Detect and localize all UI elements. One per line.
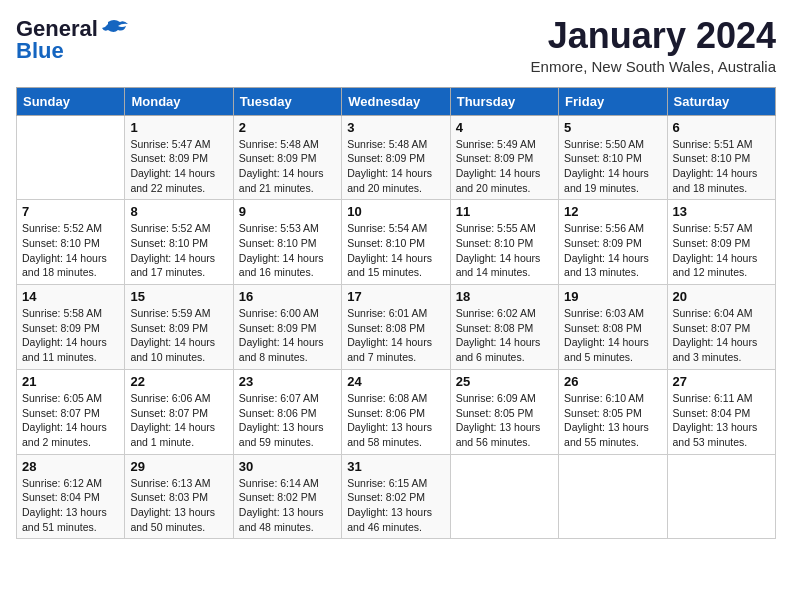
logo: General Blue bbox=[16, 16, 130, 64]
calendar-cell: 2Sunrise: 5:48 AMSunset: 8:09 PMDaylight… bbox=[233, 115, 341, 200]
day-info: Sunrise: 5:49 AMSunset: 8:09 PMDaylight:… bbox=[456, 137, 553, 196]
day-number: 27 bbox=[673, 374, 770, 389]
weekday-header-wednesday: Wednesday bbox=[342, 87, 450, 115]
weekday-header-row: SundayMondayTuesdayWednesdayThursdayFrid… bbox=[17, 87, 776, 115]
calendar-cell: 24Sunrise: 6:08 AMSunset: 8:06 PMDayligh… bbox=[342, 369, 450, 454]
weekday-header-saturday: Saturday bbox=[667, 87, 775, 115]
day-info: Sunrise: 5:58 AMSunset: 8:09 PMDaylight:… bbox=[22, 306, 119, 365]
calendar-cell: 27Sunrise: 6:11 AMSunset: 8:04 PMDayligh… bbox=[667, 369, 775, 454]
calendar-week-row: 21Sunrise: 6:05 AMSunset: 8:07 PMDayligh… bbox=[17, 369, 776, 454]
logo-blue: Blue bbox=[16, 38, 64, 64]
day-number: 30 bbox=[239, 459, 336, 474]
day-info: Sunrise: 6:09 AMSunset: 8:05 PMDaylight:… bbox=[456, 391, 553, 450]
calendar-table: SundayMondayTuesdayWednesdayThursdayFrid… bbox=[16, 87, 776, 540]
day-info: Sunrise: 6:04 AMSunset: 8:07 PMDaylight:… bbox=[673, 306, 770, 365]
calendar-cell: 26Sunrise: 6:10 AMSunset: 8:05 PMDayligh… bbox=[559, 369, 667, 454]
calendar-cell bbox=[17, 115, 125, 200]
calendar-cell bbox=[667, 454, 775, 539]
weekday-header-tuesday: Tuesday bbox=[233, 87, 341, 115]
calendar-cell: 18Sunrise: 6:02 AMSunset: 8:08 PMDayligh… bbox=[450, 285, 558, 370]
calendar-cell: 31Sunrise: 6:15 AMSunset: 8:02 PMDayligh… bbox=[342, 454, 450, 539]
day-number: 21 bbox=[22, 374, 119, 389]
day-number: 19 bbox=[564, 289, 661, 304]
calendar-cell: 10Sunrise: 5:54 AMSunset: 8:10 PMDayligh… bbox=[342, 200, 450, 285]
calendar-cell: 23Sunrise: 6:07 AMSunset: 8:06 PMDayligh… bbox=[233, 369, 341, 454]
calendar-cell bbox=[559, 454, 667, 539]
calendar-cell: 29Sunrise: 6:13 AMSunset: 8:03 PMDayligh… bbox=[125, 454, 233, 539]
day-info: Sunrise: 6:15 AMSunset: 8:02 PMDaylight:… bbox=[347, 476, 444, 535]
calendar-cell: 22Sunrise: 6:06 AMSunset: 8:07 PMDayligh… bbox=[125, 369, 233, 454]
calendar-cell: 12Sunrise: 5:56 AMSunset: 8:09 PMDayligh… bbox=[559, 200, 667, 285]
day-info: Sunrise: 6:07 AMSunset: 8:06 PMDaylight:… bbox=[239, 391, 336, 450]
calendar-cell: 5Sunrise: 5:50 AMSunset: 8:10 PMDaylight… bbox=[559, 115, 667, 200]
day-number: 10 bbox=[347, 204, 444, 219]
calendar-cell: 20Sunrise: 6:04 AMSunset: 8:07 PMDayligh… bbox=[667, 285, 775, 370]
calendar-cell: 28Sunrise: 6:12 AMSunset: 8:04 PMDayligh… bbox=[17, 454, 125, 539]
day-number: 29 bbox=[130, 459, 227, 474]
calendar-week-row: 7Sunrise: 5:52 AMSunset: 8:10 PMDaylight… bbox=[17, 200, 776, 285]
day-number: 13 bbox=[673, 204, 770, 219]
calendar-cell: 4Sunrise: 5:49 AMSunset: 8:09 PMDaylight… bbox=[450, 115, 558, 200]
day-number: 7 bbox=[22, 204, 119, 219]
day-number: 14 bbox=[22, 289, 119, 304]
day-number: 25 bbox=[456, 374, 553, 389]
day-info: Sunrise: 6:08 AMSunset: 8:06 PMDaylight:… bbox=[347, 391, 444, 450]
calendar-cell: 8Sunrise: 5:52 AMSunset: 8:10 PMDaylight… bbox=[125, 200, 233, 285]
day-number: 31 bbox=[347, 459, 444, 474]
calendar-title: January 2024 bbox=[531, 16, 776, 56]
weekday-header-friday: Friday bbox=[559, 87, 667, 115]
day-number: 12 bbox=[564, 204, 661, 219]
day-number: 28 bbox=[22, 459, 119, 474]
calendar-cell: 3Sunrise: 5:48 AMSunset: 8:09 PMDaylight… bbox=[342, 115, 450, 200]
day-number: 1 bbox=[130, 120, 227, 135]
day-info: Sunrise: 6:01 AMSunset: 8:08 PMDaylight:… bbox=[347, 306, 444, 365]
day-info: Sunrise: 5:56 AMSunset: 8:09 PMDaylight:… bbox=[564, 221, 661, 280]
calendar-week-row: 28Sunrise: 6:12 AMSunset: 8:04 PMDayligh… bbox=[17, 454, 776, 539]
day-info: Sunrise: 5:55 AMSunset: 8:10 PMDaylight:… bbox=[456, 221, 553, 280]
day-number: 20 bbox=[673, 289, 770, 304]
day-number: 17 bbox=[347, 289, 444, 304]
weekday-header-sunday: Sunday bbox=[17, 87, 125, 115]
day-info: Sunrise: 5:53 AMSunset: 8:10 PMDaylight:… bbox=[239, 221, 336, 280]
calendar-cell: 16Sunrise: 6:00 AMSunset: 8:09 PMDayligh… bbox=[233, 285, 341, 370]
calendar-cell bbox=[450, 454, 558, 539]
calendar-cell: 30Sunrise: 6:14 AMSunset: 8:02 PMDayligh… bbox=[233, 454, 341, 539]
day-number: 9 bbox=[239, 204, 336, 219]
calendar-cell: 19Sunrise: 6:03 AMSunset: 8:08 PMDayligh… bbox=[559, 285, 667, 370]
weekday-header-monday: Monday bbox=[125, 87, 233, 115]
day-info: Sunrise: 5:52 AMSunset: 8:10 PMDaylight:… bbox=[130, 221, 227, 280]
day-info: Sunrise: 6:05 AMSunset: 8:07 PMDaylight:… bbox=[22, 391, 119, 450]
calendar-cell: 13Sunrise: 5:57 AMSunset: 8:09 PMDayligh… bbox=[667, 200, 775, 285]
calendar-cell: 11Sunrise: 5:55 AMSunset: 8:10 PMDayligh… bbox=[450, 200, 558, 285]
day-info: Sunrise: 6:00 AMSunset: 8:09 PMDaylight:… bbox=[239, 306, 336, 365]
calendar-cell: 6Sunrise: 5:51 AMSunset: 8:10 PMDaylight… bbox=[667, 115, 775, 200]
day-info: Sunrise: 5:47 AMSunset: 8:09 PMDaylight:… bbox=[130, 137, 227, 196]
day-info: Sunrise: 6:03 AMSunset: 8:08 PMDaylight:… bbox=[564, 306, 661, 365]
day-info: Sunrise: 6:13 AMSunset: 8:03 PMDaylight:… bbox=[130, 476, 227, 535]
calendar-week-row: 14Sunrise: 5:58 AMSunset: 8:09 PMDayligh… bbox=[17, 285, 776, 370]
calendar-cell: 15Sunrise: 5:59 AMSunset: 8:09 PMDayligh… bbox=[125, 285, 233, 370]
calendar-cell: 14Sunrise: 5:58 AMSunset: 8:09 PMDayligh… bbox=[17, 285, 125, 370]
day-number: 16 bbox=[239, 289, 336, 304]
day-info: Sunrise: 5:59 AMSunset: 8:09 PMDaylight:… bbox=[130, 306, 227, 365]
day-info: Sunrise: 5:50 AMSunset: 8:10 PMDaylight:… bbox=[564, 137, 661, 196]
day-number: 4 bbox=[456, 120, 553, 135]
day-info: Sunrise: 6:10 AMSunset: 8:05 PMDaylight:… bbox=[564, 391, 661, 450]
day-info: Sunrise: 5:48 AMSunset: 8:09 PMDaylight:… bbox=[239, 137, 336, 196]
day-number: 6 bbox=[673, 120, 770, 135]
day-number: 18 bbox=[456, 289, 553, 304]
day-info: Sunrise: 5:54 AMSunset: 8:10 PMDaylight:… bbox=[347, 221, 444, 280]
day-number: 26 bbox=[564, 374, 661, 389]
day-info: Sunrise: 5:51 AMSunset: 8:10 PMDaylight:… bbox=[673, 137, 770, 196]
calendar-cell: 17Sunrise: 6:01 AMSunset: 8:08 PMDayligh… bbox=[342, 285, 450, 370]
calendar-cell: 7Sunrise: 5:52 AMSunset: 8:10 PMDaylight… bbox=[17, 200, 125, 285]
day-number: 3 bbox=[347, 120, 444, 135]
day-number: 8 bbox=[130, 204, 227, 219]
day-info: Sunrise: 5:57 AMSunset: 8:09 PMDaylight:… bbox=[673, 221, 770, 280]
calendar-subtitle: Enmore, New South Wales, Australia bbox=[531, 58, 776, 75]
day-info: Sunrise: 6:06 AMSunset: 8:07 PMDaylight:… bbox=[130, 391, 227, 450]
day-number: 24 bbox=[347, 374, 444, 389]
day-info: Sunrise: 6:14 AMSunset: 8:02 PMDaylight:… bbox=[239, 476, 336, 535]
header: General Blue January 2024 Enmore, New So… bbox=[16, 16, 776, 75]
calendar-cell: 9Sunrise: 5:53 AMSunset: 8:10 PMDaylight… bbox=[233, 200, 341, 285]
